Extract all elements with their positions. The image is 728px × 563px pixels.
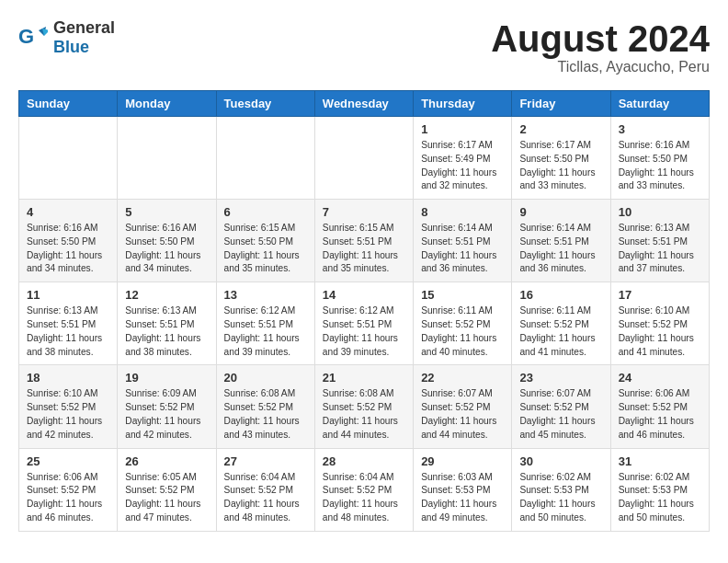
day-number: 27 (224, 454, 307, 468)
day-number: 14 (323, 288, 405, 302)
cell-content: Sunrise: 6:16 AM Sunset: 5:50 PM Dayligh… (125, 222, 208, 276)
day-number: 15 (421, 288, 504, 302)
calendar-cell (118, 117, 216, 200)
cell-content: Sunrise: 6:13 AM Sunset: 5:51 PM Dayligh… (125, 304, 208, 359)
day-number: 17 (619, 288, 701, 302)
day-number: 3 (619, 122, 701, 136)
header-day-saturday: Saturday (610, 91, 709, 117)
calendar-cell: 24Sunrise: 6:06 AM Sunset: 5:52 PM Dayli… (610, 365, 709, 448)
cell-content: Sunrise: 6:07 AM Sunset: 5:52 PM Dayligh… (519, 387, 602, 442)
calendar-cell: 29Sunrise: 6:03 AM Sunset: 5:53 PM Dayli… (414, 448, 512, 531)
day-number: 22 (421, 371, 504, 385)
day-number: 21 (323, 371, 405, 385)
calendar-cell: 6Sunrise: 6:15 AM Sunset: 5:50 PM Daylig… (216, 200, 314, 282)
calendar-cell: 5Sunrise: 6:16 AM Sunset: 5:50 PM Daylig… (118, 200, 216, 282)
logo-general: General (53, 18, 115, 38)
day-number: 24 (619, 371, 701, 385)
cell-content: Sunrise: 6:02 AM Sunset: 5:53 PM Dayligh… (619, 471, 701, 525)
week-row-1: 1Sunrise: 6:17 AM Sunset: 5:49 PM Daylig… (19, 117, 710, 200)
page-header: G General Blue August 2024 Ticllas, Ayac… (18, 18, 710, 75)
day-number: 6 (224, 205, 307, 219)
calendar-cell: 30Sunrise: 6:02 AM Sunset: 5:53 PM Dayli… (512, 448, 610, 531)
cell-content: Sunrise: 6:06 AM Sunset: 5:52 PM Dayligh… (619, 387, 701, 442)
day-number: 20 (224, 371, 307, 385)
day-number: 2 (519, 122, 602, 136)
cell-content: Sunrise: 6:10 AM Sunset: 5:52 PM Dayligh… (27, 387, 109, 442)
calendar-cell (216, 117, 314, 200)
day-number: 18 (27, 371, 109, 385)
calendar-cell: 11Sunrise: 6:13 AM Sunset: 5:51 PM Dayli… (19, 282, 118, 365)
calendar-cell: 10Sunrise: 6:13 AM Sunset: 5:51 PM Dayli… (610, 200, 709, 282)
day-number: 12 (125, 288, 208, 302)
calendar-cell: 15Sunrise: 6:11 AM Sunset: 5:52 PM Dayli… (414, 282, 512, 365)
title-section: August 2024 Ticllas, Ayacucho, Peru (491, 18, 710, 75)
cell-content: Sunrise: 6:16 AM Sunset: 5:50 PM Dayligh… (27, 222, 109, 276)
calendar-cell: 23Sunrise: 6:07 AM Sunset: 5:52 PM Dayli… (512, 365, 610, 448)
calendar-cell: 4Sunrise: 6:16 AM Sunset: 5:50 PM Daylig… (19, 200, 118, 282)
calendar-cell: 18Sunrise: 6:10 AM Sunset: 5:52 PM Dayli… (19, 365, 118, 448)
cell-content: Sunrise: 6:16 AM Sunset: 5:50 PM Dayligh… (619, 139, 701, 193)
day-number: 8 (421, 205, 504, 219)
calendar-cell: 17Sunrise: 6:10 AM Sunset: 5:52 PM Dayli… (610, 282, 709, 365)
day-number: 19 (125, 371, 208, 385)
cell-content: Sunrise: 6:06 AM Sunset: 5:52 PM Dayligh… (27, 471, 109, 525)
cell-content: Sunrise: 6:02 AM Sunset: 5:53 PM Dayligh… (519, 471, 602, 525)
calendar-cell: 19Sunrise: 6:09 AM Sunset: 5:52 PM Dayli… (118, 365, 216, 448)
calendar-cell: 2Sunrise: 6:17 AM Sunset: 5:50 PM Daylig… (512, 117, 610, 200)
day-number: 30 (519, 454, 602, 468)
calendar-cell (314, 117, 413, 200)
cell-content: Sunrise: 6:07 AM Sunset: 5:52 PM Dayligh… (421, 387, 504, 442)
cell-content: Sunrise: 6:11 AM Sunset: 5:52 PM Dayligh… (519, 304, 602, 359)
week-row-2: 4Sunrise: 6:16 AM Sunset: 5:50 PM Daylig… (19, 200, 710, 282)
logo: G General Blue (18, 18, 115, 57)
calendar-cell: 16Sunrise: 6:11 AM Sunset: 5:52 PM Dayli… (512, 282, 610, 365)
cell-content: Sunrise: 6:08 AM Sunset: 5:52 PM Dayligh… (323, 387, 405, 442)
subtitle: Ticllas, Ayacucho, Peru (491, 59, 710, 75)
day-number: 28 (323, 454, 405, 468)
day-number: 5 (125, 205, 208, 219)
logo-icon: G (18, 23, 48, 52)
header-row: SundayMondayTuesdayWednesdayThursdayFrid… (19, 91, 710, 117)
calendar-cell: 31Sunrise: 6:02 AM Sunset: 5:53 PM Dayli… (610, 448, 709, 531)
day-number: 13 (224, 288, 307, 302)
header-day-friday: Friday (512, 91, 610, 117)
calendar-cell: 13Sunrise: 6:12 AM Sunset: 5:51 PM Dayli… (216, 282, 314, 365)
cell-content: Sunrise: 6:12 AM Sunset: 5:51 PM Dayligh… (224, 304, 307, 359)
calendar-table: SundayMondayTuesdayWednesdayThursdayFrid… (18, 90, 710, 532)
calendar-cell: 28Sunrise: 6:04 AM Sunset: 5:52 PM Dayli… (314, 448, 413, 531)
cell-content: Sunrise: 6:17 AM Sunset: 5:49 PM Dayligh… (421, 139, 504, 193)
cell-content: Sunrise: 6:13 AM Sunset: 5:51 PM Dayligh… (619, 222, 701, 276)
calendar-cell: 20Sunrise: 6:08 AM Sunset: 5:52 PM Dayli… (216, 365, 314, 448)
main-title: August 2024 (491, 18, 710, 59)
calendar-cell: 3Sunrise: 6:16 AM Sunset: 5:50 PM Daylig… (610, 117, 709, 200)
week-row-4: 18Sunrise: 6:10 AM Sunset: 5:52 PM Dayli… (19, 365, 710, 448)
week-row-3: 11Sunrise: 6:13 AM Sunset: 5:51 PM Dayli… (19, 282, 710, 365)
calendar-cell: 27Sunrise: 6:04 AM Sunset: 5:52 PM Dayli… (216, 448, 314, 531)
calendar-header: SundayMondayTuesdayWednesdayThursdayFrid… (19, 91, 710, 117)
day-number: 26 (125, 454, 208, 468)
cell-content: Sunrise: 6:15 AM Sunset: 5:51 PM Dayligh… (323, 222, 405, 276)
cell-content: Sunrise: 6:10 AM Sunset: 5:52 PM Dayligh… (619, 304, 701, 359)
calendar-cell (19, 117, 118, 200)
calendar-cell: 21Sunrise: 6:08 AM Sunset: 5:52 PM Dayli… (314, 365, 413, 448)
cell-content: Sunrise: 6:08 AM Sunset: 5:52 PM Dayligh… (224, 387, 307, 442)
day-number: 16 (519, 288, 602, 302)
calendar-cell: 9Sunrise: 6:14 AM Sunset: 5:51 PM Daylig… (512, 200, 610, 282)
cell-content: Sunrise: 6:05 AM Sunset: 5:52 PM Dayligh… (125, 471, 208, 525)
header-day-wednesday: Wednesday (314, 91, 413, 117)
day-number: 31 (619, 454, 701, 468)
day-number: 23 (519, 371, 602, 385)
calendar-cell: 7Sunrise: 6:15 AM Sunset: 5:51 PM Daylig… (314, 200, 413, 282)
day-number: 1 (421, 122, 504, 136)
calendar-cell: 25Sunrise: 6:06 AM Sunset: 5:52 PM Dayli… (19, 448, 118, 531)
calendar-cell: 1Sunrise: 6:17 AM Sunset: 5:49 PM Daylig… (414, 117, 512, 200)
day-number: 29 (421, 454, 504, 468)
week-row-5: 25Sunrise: 6:06 AM Sunset: 5:52 PM Dayli… (19, 448, 710, 531)
cell-content: Sunrise: 6:11 AM Sunset: 5:52 PM Dayligh… (421, 304, 504, 359)
header-day-monday: Monday (118, 91, 216, 117)
calendar-cell: 14Sunrise: 6:12 AM Sunset: 5:51 PM Dayli… (314, 282, 413, 365)
calendar-cell: 12Sunrise: 6:13 AM Sunset: 5:51 PM Dayli… (118, 282, 216, 365)
calendar-cell: 26Sunrise: 6:05 AM Sunset: 5:52 PM Dayli… (118, 448, 216, 531)
cell-content: Sunrise: 6:04 AM Sunset: 5:52 PM Dayligh… (323, 471, 405, 525)
svg-text:G: G (18, 25, 34, 48)
